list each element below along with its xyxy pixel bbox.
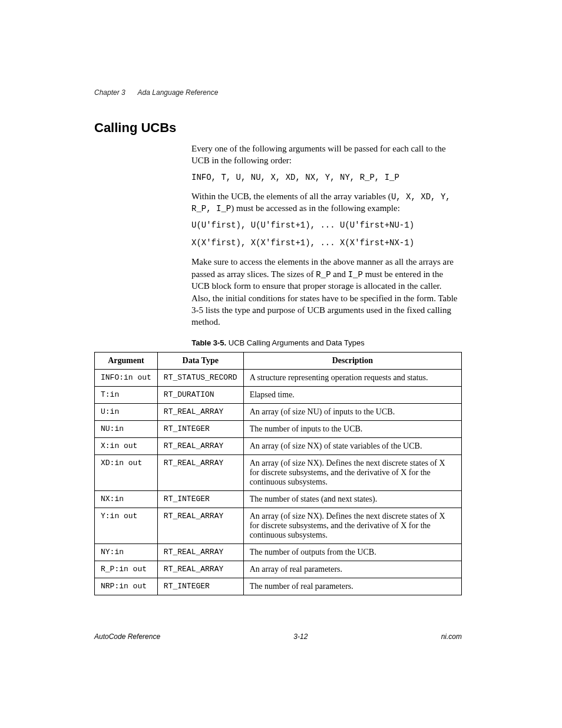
paragraph: Within the UCB, the elements of all the …: [191, 190, 462, 215]
description-cell: An array (of size NX). Defines the next …: [243, 508, 461, 544]
footer-right: ni.com: [441, 633, 462, 641]
datatype-cell: RT_DURATION: [157, 387, 243, 404]
text-fragment: and: [331, 269, 348, 279]
argument-cell: NX:in: [95, 491, 158, 508]
running-header: Chapter 3 Ada Language Reference: [94, 88, 462, 97]
text-fragment: Within the UCB, the elements of all the …: [191, 192, 391, 201]
table-row: NU:inRT_INTEGERThe number of inputs to t…: [95, 421, 462, 438]
argument-cell: T:in: [95, 387, 158, 404]
datatype-cell: RT_INTEGER: [157, 421, 243, 438]
datatype-cell: RT_STATUS_RECORD: [157, 370, 243, 387]
datatype-cell: RT_REAL_ARRAY: [157, 404, 243, 421]
table-row: R_P:in outRT_REAL_ARRAYAn array of real …: [95, 561, 462, 578]
arguments-table: Argument Data Type Description INFO:in o…: [94, 352, 462, 595]
datatype-cell: RT_REAL_ARRAY: [157, 544, 243, 561]
table-title: UCB Calling Arguments and Data Types: [226, 338, 365, 347]
argument-cell: U:in: [95, 404, 158, 421]
table-caption: Table 3-5. UCB Calling Arguments and Dat…: [94, 338, 462, 347]
description-cell: The number of states (and next states).: [243, 491, 461, 508]
datatype-cell: RT_INTEGER: [157, 491, 243, 508]
argument-cell: INFO:in out: [95, 370, 158, 387]
description-cell: The number of inputs to the UCB.: [243, 421, 461, 438]
col-header-description: Description: [243, 353, 461, 370]
col-header-argument: Argument: [95, 353, 158, 370]
description-cell: An array of real parameters.: [243, 561, 461, 578]
description-cell: The number of outputs from the UCB.: [243, 544, 461, 561]
description-cell: An array (of size NX). Defines the next …: [243, 455, 461, 491]
datatype-cell: RT_REAL_ARRAY: [157, 508, 243, 544]
footer-left: AutoCode Reference: [94, 633, 160, 641]
table-number: Table 3-5.: [191, 338, 226, 347]
table-row: Y:in outRT_REAL_ARRAYAn array (of size N…: [95, 508, 462, 544]
code-block: INFO, T, U, NU, X, XD, NX, Y, NY, R_P, I…: [191, 173, 462, 182]
table-row: U:inRT_REAL_ARRAYAn array (of size NU) o…: [95, 404, 462, 421]
inline-code: I_P: [348, 270, 363, 279]
table-row: INFO:in outRT_STATUS_RECORDA structure r…: [95, 370, 462, 387]
description-cell: The number of real parameters.: [243, 578, 461, 595]
table-header-row: Argument Data Type Description: [95, 353, 462, 370]
description-cell: Elapsed time.: [243, 387, 461, 404]
description-cell: An array (of size NU) of inputs to the U…: [243, 404, 461, 421]
paragraph: Every one of the following arguments wil…: [191, 143, 462, 167]
table-row: XD:in outRT_REAL_ARRAYAn array (of size …: [95, 455, 462, 491]
chapter-number: Chapter 3: [94, 88, 125, 97]
table-row: T:inRT_DURATIONElapsed time.: [95, 387, 462, 404]
datatype-cell: RT_REAL_ARRAY: [157, 438, 243, 455]
argument-cell: NU:in: [95, 421, 158, 438]
chapter-title: Ada Language Reference: [138, 88, 219, 97]
col-header-datatype: Data Type: [157, 353, 243, 370]
table-row: NX:inRT_INTEGERThe number of states (and…: [95, 491, 462, 508]
table-row: NY:inRT_REAL_ARRAYThe number of outputs …: [95, 544, 462, 561]
page-footer: AutoCode Reference 3-12 ni.com: [94, 633, 462, 641]
table-body: INFO:in outRT_STATUS_RECORDA structure r…: [95, 370, 462, 595]
datatype-cell: RT_REAL_ARRAY: [157, 561, 243, 578]
table-row: NRP:in outRT_INTEGERThe number of real p…: [95, 578, 462, 595]
argument-cell: XD:in out: [95, 455, 158, 491]
inline-code: R_P: [316, 270, 330, 279]
section-heading: Calling UCBs: [94, 120, 462, 136]
table-row: X:in outRT_REAL_ARRAYAn array (of size N…: [95, 438, 462, 455]
paragraph: Make sure to access the elements in the …: [191, 256, 462, 328]
datatype-cell: RT_INTEGER: [157, 578, 243, 595]
description-cell: A structure representing operation reque…: [243, 370, 461, 387]
description-cell: An array (of size NX) of state variables…: [243, 438, 461, 455]
body-content: Every one of the following arguments wil…: [191, 143, 462, 328]
datatype-cell: RT_REAL_ARRAY: [157, 455, 243, 491]
code-block: X(X'first), X(X'first+1), ... X(X'first+…: [191, 238, 462, 248]
argument-cell: NRP:in out: [95, 578, 158, 595]
argument-cell: NY:in: [95, 544, 158, 561]
footer-center: 3-12: [293, 633, 308, 641]
text-fragment: ) must be accessed as in the following e…: [231, 203, 400, 213]
argument-cell: X:in out: [95, 438, 158, 455]
page: Chapter 3 Ada Language Reference Calling…: [0, 0, 562, 728]
code-block: U(U'first), U(U'first+1), ... U(U'first+…: [191, 220, 462, 230]
argument-cell: Y:in out: [95, 508, 158, 544]
argument-cell: R_P:in out: [95, 561, 158, 578]
